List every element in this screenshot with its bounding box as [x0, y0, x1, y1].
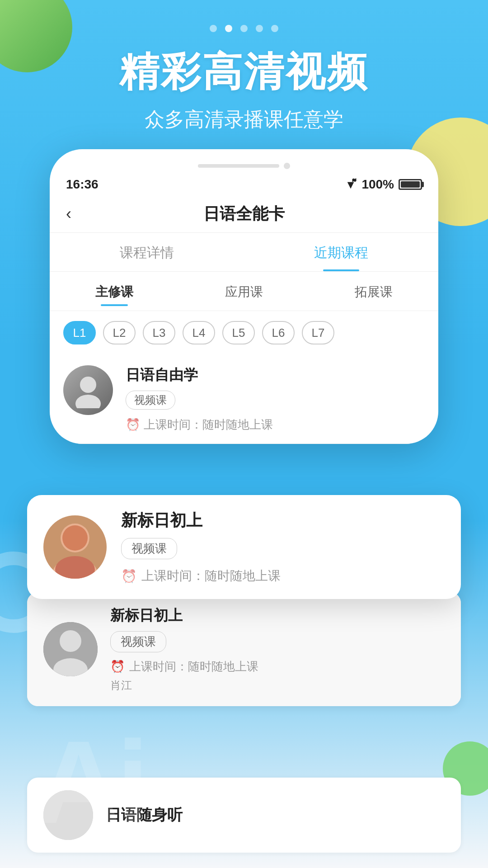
hero-title: 精彩高清视频: [0, 45, 488, 99]
level-l2[interactable]: L2: [103, 321, 136, 344]
course-name-3: 新标日初上: [110, 606, 258, 626]
teacher-label-3: 肖江: [110, 678, 258, 693]
avatar-3: [43, 622, 98, 676]
level-l5[interactable]: L5: [222, 321, 255, 344]
phone-notch: [198, 164, 279, 168]
course-time-label-1: 上课时间：随时随地上课: [144, 417, 273, 433]
course-card-3[interactable]: 新标日初上 视频课 ⏰ 上课时间：随时随地上课 肖江: [27, 592, 461, 706]
course-time-2: ⏰ 上课时间：随时随地上课: [121, 567, 445, 585]
svg-point-1: [75, 395, 101, 408]
phone-notch-bar: [50, 163, 438, 169]
dot-4[interactable]: [256, 25, 263, 32]
svg-point-4: [62, 525, 88, 551]
level-l7[interactable]: L7: [302, 321, 334, 344]
third-course-section: 新标日初上 视频课 ⏰ 上课时间：随时随地上课 肖江: [27, 592, 461, 706]
avatar-1: [63, 365, 113, 415]
course-time-1: ⏰ 上课时间：随时随地上课: [126, 417, 425, 433]
dot-2[interactable]: [225, 25, 232, 32]
phone-camera: [284, 163, 290, 169]
phone-mockup: 16:36 ▾ ͌ 100% ‹ 日语全能卡 课程详情 近期课程 主修课: [50, 149, 438, 444]
level-pills-row: L1 L2 L3 L4 L5 L6 L7: [50, 311, 438, 354]
course-name-1: 日语自由学: [126, 365, 425, 385]
subtab-main[interactable]: 主修课: [50, 276, 179, 306]
course-info-2: 新标日初上 视频课 ⏰ 上课时间：随时随地上课: [121, 509, 445, 585]
status-time: 16:36: [66, 177, 99, 192]
clock-icon-2: ⏰: [121, 569, 137, 584]
ai-text: Ai: [36, 723, 145, 841]
sub-tabs: 主修课 应用课 拓展课: [50, 272, 438, 311]
floating-course-card-2[interactable]: 新标日初上 视频课 ⏰ 上课时间：随时随地上课: [27, 495, 461, 599]
svg-point-0: [80, 377, 96, 393]
level-l1[interactable]: L1: [63, 321, 96, 344]
hero-subtitle: 众多高清录播课任意学: [0, 106, 488, 133]
tab-recent-courses[interactable]: 近期课程: [244, 233, 438, 271]
level-l4[interactable]: L4: [183, 321, 215, 344]
dot-1[interactable]: [210, 25, 217, 32]
clock-icon-1: ⏰: [126, 418, 140, 432]
tab-course-detail[interactable]: 课程详情: [50, 233, 244, 271]
clock-icon-3: ⏰: [110, 660, 125, 674]
course-tag-3: 视频课: [110, 631, 166, 652]
course-info-1: 日语自由学 视频课 ⏰ 上课时间：随时随地上课: [126, 365, 425, 433]
ai-badge-area: Ai: [36, 723, 145, 841]
page-indicators: [210, 25, 278, 32]
level-l6[interactable]: L6: [262, 321, 295, 344]
avatar-2: [43, 515, 107, 579]
course-tag-1: 视频课: [126, 391, 175, 410]
svg-point-7: [60, 630, 81, 652]
level-l3[interactable]: L3: [143, 321, 175, 344]
course-name-2: 新标日初上: [121, 509, 445, 532]
main-tabs: 课程详情 近期课程: [50, 233, 438, 272]
course-info-3: 新标日初上 视频课 ⏰ 上课时间：随时随地上课 肖江: [110, 606, 258, 693]
course-tag-2: 视频课: [121, 538, 177, 559]
course-time-3: ⏰ 上课时间：随时随地上课: [110, 659, 258, 675]
dot-5[interactable]: [271, 25, 278, 32]
phone-frame: 16:36 ▾ ͌ 100% ‹ 日语全能卡 课程详情 近期课程 主修课: [50, 149, 438, 444]
dot-3[interactable]: [240, 25, 248, 32]
back-button[interactable]: ‹: [66, 204, 71, 223]
course-time-label-2: 上课时间：随时随地上课: [141, 567, 281, 585]
nav-bar: ‹ 日语全能卡: [50, 195, 438, 233]
hero-section: 精彩高清视频 众多高清录播课任意学: [0, 45, 488, 133]
battery-icon: [399, 179, 422, 190]
status-bar: 16:36 ▾ ͌ 100%: [50, 174, 438, 195]
wifi-icon: ▾ ͌: [347, 178, 357, 192]
subtab-extended[interactable]: 拓展课: [309, 276, 438, 306]
svg-point-5: [55, 556, 95, 579]
page-title: 日语全能卡: [203, 203, 285, 225]
status-right: ▾ ͌ 100%: [347, 177, 422, 192]
battery-pct: 100%: [361, 177, 394, 192]
subtab-applied[interactable]: 应用课: [179, 276, 309, 306]
course-card-1[interactable]: 日语自由学 视频课 ⏰ 上课时间：随时随地上课: [50, 354, 438, 444]
